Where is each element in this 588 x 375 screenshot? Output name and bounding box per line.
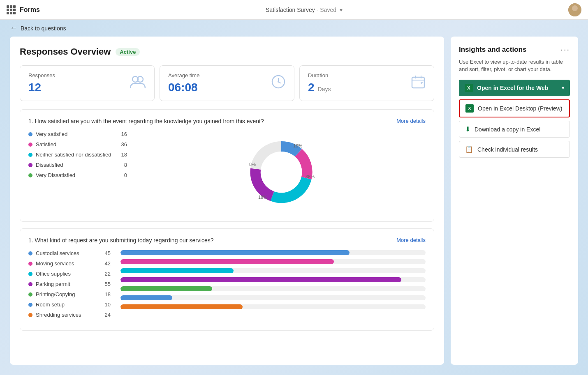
clock-icon: [271, 74, 286, 92]
bar-fill-2: [120, 268, 234, 273]
bar-dot-6: [28, 313, 32, 317]
legend-count-3: 8: [118, 162, 127, 168]
saved-label: - Saved: [317, 7, 336, 13]
bar-legend-1: Moving services 42: [28, 260, 111, 267]
back-to-questions[interactable]: Back to questions: [21, 25, 66, 32]
stat-avgtime-label: Average time: [168, 72, 199, 78]
check-results-icon: 📋: [465, 145, 473, 153]
svg-text:36%: 36%: [306, 174, 315, 179]
bar-legend-4: Printing/Copying 18: [28, 291, 111, 297]
dropdown-arrow-icon[interactable]: ▾: [340, 7, 343, 13]
app-title: Forms: [20, 6, 40, 14]
excel-web-btn-group: X Open in Excel for the Web ▾: [459, 80, 570, 96]
bar-dot-1: [28, 262, 32, 266]
legend-count-0: 16: [115, 131, 127, 137]
svg-point-8: [278, 81, 279, 83]
excel-desktop-icon: X: [465, 104, 474, 113]
bar-label-1: Moving services: [36, 260, 74, 267]
bar-track-3: [120, 277, 426, 282]
legend-count-4: 0: [118, 172, 127, 178]
insights-header: Insights and actions ···: [459, 45, 570, 54]
panel-header: Responses Overview Active: [20, 46, 434, 57]
bar-fill-5: [120, 295, 172, 300]
right-panel: Insights and actions ··· Use Excel to vi…: [451, 37, 578, 365]
excel-desktop-button[interactable]: X Open in Excel Desktop (Preview): [459, 99, 570, 117]
bar-fill-0: [120, 250, 350, 255]
insights-title: Insights and actions: [459, 46, 526, 54]
legend-dot-2: [28, 153, 32, 157]
chevron-down-icon: ▾: [562, 85, 564, 91]
bar-row-2: [120, 268, 426, 273]
question-2-header: 1. What kind of request are you submitti…: [28, 237, 426, 244]
chart-area-q1: Very satisfied 16 Satisfied 36 Neither s…: [28, 131, 426, 213]
question-1-text: 1. How satisfied are you with the event …: [28, 118, 390, 124]
back-arrow-icon[interactable]: ←: [10, 24, 17, 32]
three-dots-icon[interactable]: ···: [560, 45, 570, 54]
bar-label-0: Custodial services: [36, 250, 79, 256]
stats-row: Responses 12 Average time 06:08: [20, 65, 434, 101]
bar-row-6: [120, 304, 426, 309]
svg-point-13: [261, 152, 302, 193]
download-excel-button[interactable]: ⬇ Download a copy in Excel: [459, 121, 570, 138]
legend-label-3: Dissatisfied: [36, 162, 63, 168]
bar-label-3: Parking permit: [36, 281, 70, 287]
legend-label-2: Neither satisfied nor dissatisfied: [36, 152, 111, 158]
bar-track-1: [120, 259, 426, 264]
bar-dot-2: [28, 272, 32, 276]
avatar[interactable]: [568, 3, 581, 16]
topbar: Forms Satisfaction Survey - Saved ▾: [0, 0, 588, 20]
bar-track-4: [120, 286, 426, 291]
bar-track-2: [120, 268, 426, 273]
panel-title: Responses Overview: [20, 46, 111, 57]
bar-dot-4: [28, 292, 32, 297]
more-details-q2[interactable]: More details: [396, 237, 426, 243]
bar-track-0: [120, 250, 426, 255]
excel-web-button[interactable]: X Open in Excel for the Web ▾: [459, 80, 570, 96]
bar-dot-3: [28, 282, 32, 286]
bar-count-4: 18: [98, 291, 111, 297]
bar-row-0: [120, 250, 426, 255]
stat-responses-value: 12: [28, 81, 55, 94]
bar-fill-6: [120, 304, 243, 309]
legend-label-4: Very Dissatisfied: [36, 172, 75, 178]
bar-fill-1: [120, 259, 334, 264]
apps-icon[interactable]: [7, 5, 16, 14]
svg-text:18%: 18%: [258, 195, 267, 200]
bar-fill-4: [120, 286, 212, 291]
legend-item-2: Neither satisfied nor dissatisfied 18: [28, 152, 127, 158]
stat-duration: Duration 2 Days: [299, 65, 434, 101]
stat-responses: Responses 12: [20, 65, 155, 101]
question-2-text: 1. What kind of request are you submitti…: [28, 237, 390, 244]
stat-responses-label: Responses: [28, 72, 55, 78]
bar-track-6: [120, 304, 426, 309]
svg-point-1: [572, 5, 578, 11]
bar-count-5: 10: [98, 301, 111, 308]
bar-row-5: [120, 295, 426, 300]
stat-duration-label: Duration: [308, 72, 331, 78]
excel-icon: X: [465, 84, 473, 92]
main-content: Responses Overview Active Responses 12: [0, 37, 588, 375]
bar-legend: Custodial services 45 Moving services 42…: [28, 250, 111, 322]
survey-name: Satisfaction Survey: [266, 7, 315, 13]
legend-label-0: Very satisfied: [36, 131, 67, 137]
left-panel: Responses Overview Active Responses 12: [10, 37, 444, 365]
bar-count-6: 24: [98, 312, 111, 318]
excel-desktop-label: Open in Excel Desktop (Preview): [478, 105, 562, 112]
bar-label-6: Shredding services: [36, 312, 81, 318]
legend-count-1: 36: [115, 141, 127, 147]
bar-label-5: Room setup: [36, 301, 65, 308]
survey-name-bar: Satisfaction Survey - Saved ▾: [266, 7, 343, 13]
question-card-1: 1. How satisfied are you with the event …: [20, 109, 434, 222]
bar-legend-2: Office supplies 22: [28, 271, 111, 277]
responses-icon: [130, 74, 146, 92]
legend-item-1: Satisfied 36: [28, 141, 127, 147]
more-details-q1[interactable]: More details: [396, 118, 426, 124]
question-card-2: 1. What kind of request are you submitti…: [20, 228, 434, 331]
legend-item-3: Dissatisfied 8: [28, 162, 127, 168]
chart-area-q2: Custodial services 45 Moving services 42…: [28, 250, 426, 322]
check-results-label: Check individual results: [477, 146, 538, 153]
insights-description: Use Excel to view up-to-date results in …: [459, 58, 570, 73]
legend-dot-4: [28, 173, 32, 177]
legend-dot-0: [28, 132, 32, 136]
check-results-button[interactable]: 📋 Check individual results: [459, 141, 570, 158]
